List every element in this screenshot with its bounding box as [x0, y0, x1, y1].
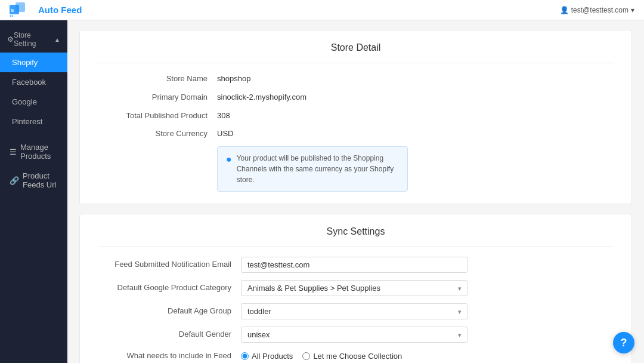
header-left: S ●● Auto Feed — [10, 2, 82, 18]
include-feed-row: What needs to include in Feed All Produc… — [98, 350, 614, 362]
email-label: Feed Submitted Notification Email — [98, 259, 241, 271]
primary-domain-row: Primary Domain sinoclick-2.myshopify.com — [98, 91, 614, 104]
include-collection-option[interactable]: Let me Choose Collection — [302, 352, 402, 361]
gender-label: Default Gender — [98, 328, 241, 341]
logo: S ●● — [10, 2, 32, 18]
email-control — [241, 257, 467, 273]
age-group-select-wrap: toddler infant newborn kids adult ▾ — [241, 303, 467, 319]
store-name-value: shopshop — [217, 73, 250, 85]
total-products-label: Total Published Product — [98, 110, 217, 122]
age-group-select[interactable]: toddler infant newborn kids adult — [241, 303, 467, 319]
sidebar-item-product-feeds-url[interactable]: 🔗 Product Feeds Url — [0, 166, 67, 195]
sidebar-store-setting-header[interactable]: ⚙ Store Setting ▲ — [0, 26, 67, 53]
info-icon: ● — [226, 153, 232, 166]
store-currency-value: USD — [217, 128, 233, 140]
gender-select-wrap: unisex male female ▾ — [241, 327, 467, 343]
sync-settings-divider — [98, 247, 614, 247]
email-input[interactable] — [241, 257, 467, 273]
store-name-label: Store Name — [98, 73, 217, 85]
store-name-row: Store Name shopshop — [98, 73, 614, 85]
svg-rect-1 — [16, 2, 25, 12]
chevron-down-icon: ▾ — [631, 6, 634, 14]
link-icon: 🔗 — [10, 176, 19, 185]
header: S ●● Auto Feed 👤 test@testtest.com ▾ — [0, 0, 644, 20]
store-setting-label: Store Setting — [14, 31, 54, 48]
svg-text:●●: ●● — [10, 14, 13, 17]
primary-domain-value: sinoclick-2.myshopify.com — [217, 91, 306, 104]
store-currency-row: Store Currency USD — [98, 128, 614, 140]
include-collection-label: Let me Choose Collection — [313, 352, 402, 361]
app-title: Auto Feed — [38, 5, 82, 15]
sidebar-item-google[interactable]: Google — [0, 92, 67, 112]
sidebar-item-pinterest[interactable]: Pinterest — [0, 112, 67, 131]
include-all-products-option[interactable]: All Products — [241, 352, 293, 361]
help-button[interactable]: ? — [613, 332, 634, 353]
total-products-value: 308 — [217, 110, 230, 122]
store-detail-title: Store Detail — [98, 42, 614, 53]
store-detail-card: Store Detail Store Name shopshop Primary… — [79, 30, 632, 204]
svg-text:S: S — [11, 8, 14, 13]
total-products-row: Total Published Product 308 — [98, 110, 614, 122]
help-icon: ? — [621, 337, 627, 349]
sidebar-item-manage-products[interactable]: ☰ Manage Products — [0, 137, 67, 166]
info-box: ● Your product will be published to the … — [217, 146, 408, 192]
email-row: Feed Submitted Notification Email — [98, 257, 614, 273]
info-text: Your product will be published to the Sh… — [237, 153, 399, 185]
sidebar-item-facebook[interactable]: Facebook — [0, 72, 67, 92]
store-currency-label: Store Currency — [98, 128, 217, 140]
settings-icon: ⚙ — [7, 35, 14, 44]
store-detail-divider — [98, 63, 614, 63]
header-user[interactable]: 👤 test@testtest.com ▾ — [560, 6, 634, 14]
include-feed-label: What needs to include in Feed — [98, 350, 241, 362]
sync-settings-card: Sync Settings Feed Submitted Notificatio… — [79, 214, 632, 363]
age-group-label: Default Age Group — [98, 305, 241, 318]
list-icon: ☰ — [10, 147, 17, 156]
sidebar-store-setting-group: ⚙ Store Setting ▲ Shopify Facebook Googl… — [0, 20, 67, 137]
logo-icon: S ●● — [10, 2, 32, 18]
include-all-products-radio[interactable] — [241, 352, 249, 360]
include-feed-radio-group: All Products Let me Choose Collection — [241, 352, 402, 361]
category-label: Default Google Product Category — [98, 282, 241, 294]
user-email: test@testtest.com — [571, 6, 628, 14]
category-row: Default Google Product Category Animals … — [98, 280, 614, 296]
gender-row: Default Gender unisex male female ▾ — [98, 327, 614, 343]
category-select-wrap: Animals & Pet Supplies > Pet Supplies Ap… — [241, 280, 467, 296]
user-icon: 👤 — [560, 6, 569, 14]
sidebar: ⚙ Store Setting ▲ Shopify Facebook Googl… — [0, 20, 67, 363]
include-collection-radio[interactable] — [302, 352, 310, 360]
age-group-row: Default Age Group toddler infant newborn… — [98, 303, 614, 319]
include-all-products-label: All Products — [252, 352, 293, 361]
primary-domain-label: Primary Domain — [98, 91, 217, 104]
main-layout: ⚙ Store Setting ▲ Shopify Facebook Googl… — [0, 20, 644, 363]
sidebar-item-shopify[interactable]: Shopify — [0, 53, 67, 72]
gender-select[interactable]: unisex male female — [241, 327, 467, 343]
chevron-up-icon: ▲ — [54, 36, 60, 43]
category-select[interactable]: Animals & Pet Supplies > Pet Supplies Ap… — [241, 280, 467, 296]
main-content: Store Detail Store Name shopshop Primary… — [67, 20, 644, 363]
sync-settings-title: Sync Settings — [98, 226, 614, 237]
